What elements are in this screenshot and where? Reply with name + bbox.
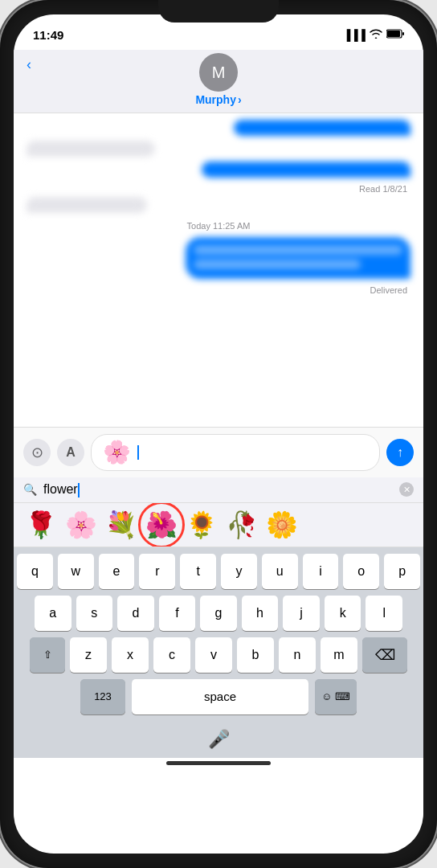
key-n[interactable]: n — [279, 637, 316, 673]
key-o[interactable]: o — [343, 554, 379, 589]
key-a[interactable]: a — [35, 596, 71, 631]
message-row-2 — [27, 141, 410, 157]
search-clear-button[interactable]: ✕ — [399, 482, 414, 497]
messages-area[interactable]: Read 1/8/21 Today 11:25 AM Delivered — [14, 113, 423, 427]
flower-emoji: 🌸 — [103, 441, 131, 464]
shift-key[interactable]: ⇧ — [30, 637, 65, 673]
key-l[interactable]: l — [366, 596, 402, 631]
keyboard-row-4: 123 space ☺ ⌨ — [17, 679, 420, 714]
key-x[interactable]: x — [112, 637, 149, 673]
key-c[interactable]: c — [153, 637, 190, 673]
emoji-result-6[interactable]: 🌼 — [264, 508, 300, 542]
send-button[interactable]: ↑ — [386, 439, 414, 466]
phone-screen: 11:49 ▐▐▐ — [14, 14, 423, 854]
key-h[interactable]: h — [242, 596, 279, 631]
message-row-1 — [27, 120, 410, 136]
key-f[interactable]: f — [159, 596, 196, 631]
nav-header: ‹ M Murphy › — [14, 50, 423, 113]
key-b[interactable]: b — [237, 637, 274, 673]
message-bubble — [234, 120, 410, 136]
key-d[interactable]: d — [117, 596, 154, 631]
message-bubble — [27, 197, 147, 213]
numbers-key[interactable]: 123 — [80, 679, 125, 714]
key-k[interactable]: k — [325, 596, 361, 631]
message-row-3 — [27, 162, 410, 178]
emoji-result-3-highlighted[interactable]: 🌺 — [144, 508, 179, 542]
key-i[interactable]: i — [303, 554, 339, 589]
contact-name-row[interactable]: Murphy › — [195, 93, 241, 106]
key-u[interactable]: u — [262, 554, 298, 589]
emoji-result-1[interactable]: 🌸 — [63, 508, 99, 542]
emoji-search-row[interactable]: 🔍 flower ✕ — [14, 477, 423, 503]
search-icon: 🔍 — [23, 483, 37, 496]
appstore-icon: A — [66, 445, 76, 460]
message-bubble — [27, 141, 155, 157]
key-z[interactable]: z — [70, 637, 107, 673]
keyboard-row-1: q w e r t y u i o p — [17, 554, 420, 589]
phone-frame: 11:49 ▐▐▐ — [0, 0, 437, 868]
status-time: 11:49 — [33, 28, 63, 42]
wifi-icon — [370, 29, 382, 41]
signal-icon: ▐▐▐ — [343, 29, 366, 41]
text-cursor — [137, 445, 139, 460]
input-toolbar: ⊙ A 🌸 ↑ — [14, 427, 423, 477]
key-q[interactable]: q — [17, 554, 53, 589]
home-indicator — [166, 761, 271, 765]
back-button[interactable]: ‹ — [27, 56, 31, 73]
status-icons: ▐▐▐ — [343, 29, 404, 41]
key-j[interactable]: j — [283, 596, 320, 631]
keyboard: q w e r t y u i o p a s d f g h j k — [14, 547, 423, 724]
svg-rect-1 — [387, 31, 400, 37]
key-r[interactable]: r — [139, 554, 175, 589]
emoji-results-row[interactable]: 🌹 🌸 💐 🌺 🌻 🥀 🌼 — [14, 503, 423, 547]
camera-button[interactable]: ⊙ — [23, 439, 51, 466]
key-v[interactable]: v — [195, 637, 232, 673]
emoji-key[interactable]: ☺ ⌨ — [315, 679, 357, 714]
space-key[interactable]: space — [132, 679, 308, 714]
send-icon: ↑ — [397, 445, 403, 460]
contact-chevron: › — [238, 93, 242, 106]
read-receipt: Read 1/8/21 — [27, 184, 410, 194]
message-bubble — [202, 162, 410, 178]
key-y[interactable]: y — [221, 554, 257, 589]
key-g[interactable]: g — [200, 596, 237, 631]
emoji-result-0[interactable]: 🌹 — [23, 508, 59, 542]
emoji-result-4[interactable]: 🌻 — [184, 508, 219, 542]
key-p[interactable]: p — [384, 554, 420, 589]
delete-key[interactable]: ⌫ — [362, 637, 407, 673]
key-t[interactable]: t — [180, 554, 216, 589]
key-w[interactable]: w — [58, 554, 94, 589]
message-row-5 — [27, 237, 410, 279]
message-row-4 — [27, 197, 410, 213]
contact-avatar: M — [199, 53, 238, 92]
key-m[interactable]: m — [321, 637, 357, 673]
message-input[interactable]: 🌸 — [91, 434, 380, 471]
key-s[interactable]: s — [76, 596, 113, 631]
app-button[interactable]: A — [57, 439, 84, 466]
notch — [158, 0, 279, 23]
battery-icon — [386, 29, 404, 41]
mic-icon[interactable]: 🎤 — [208, 729, 230, 750]
delivered-receipt: Delivered — [27, 285, 410, 295]
search-input-display[interactable]: flower — [43, 482, 393, 497]
back-chevron: ‹ — [27, 56, 31, 73]
bottom-bar: 🎤 — [14, 724, 423, 758]
timestamp: Today 11:25 AM — [27, 221, 410, 231]
camera-icon: ⊙ — [31, 444, 43, 461]
message-bubble — [186, 237, 410, 279]
emoji-result-2[interactable]: 💐 — [104, 508, 139, 542]
key-e[interactable]: e — [99, 554, 135, 589]
keyboard-row-3: ⇧ z x c v b n m ⌫ — [17, 637, 420, 673]
keyboard-row-2: a s d f g h j k l — [17, 596, 420, 631]
emoji-result-5[interactable]: 🥀 — [224, 508, 259, 542]
svg-rect-2 — [402, 32, 404, 35]
